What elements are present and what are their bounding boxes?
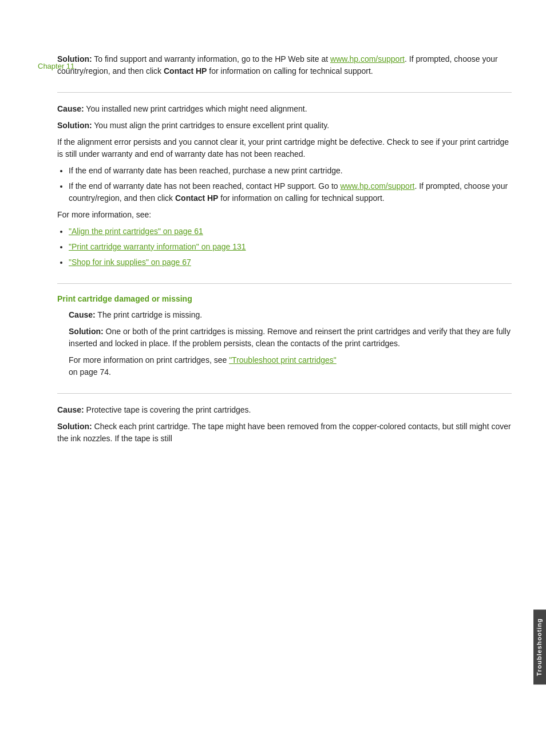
solution-text-2: You must align the print cartridges to e… [94,121,329,130]
solution-paragraph-4: Solution: Check each print cartridge. Th… [57,421,512,445]
hp-support-link-2[interactable]: www.hp.com/support [340,181,414,191]
solution-label-3: Solution: [69,327,104,336]
more-info-list: "Align the print cartridges" on page 61 … [69,225,512,268]
section-2: Cause: You installed new print cartridge… [57,93,512,284]
section-1: Solution: To find support and warranty i… [57,43,512,93]
warranty-info-link[interactable]: "Print cartridge warranty information" o… [69,242,246,251]
contact-hp-1: Contact HP [164,66,207,76]
solution-label-4: Solution: [57,422,92,431]
warranty-list: If the end of warranty date has been rea… [69,165,512,204]
cause-label-3: Cause: [69,310,96,319]
section-3: Print cartridge damaged or missing Cause… [57,284,512,394]
cause-paragraph-2: Cause: You installed new print cartridge… [57,103,512,115]
cause-text-2: You installed new print cartridges which… [86,104,307,113]
cause-paragraph-4: Cause: Protective tape is covering the p… [57,404,512,416]
alignment-error-text: If the alignment error persists and you … [57,136,512,160]
troubleshoot-cartridges-link[interactable]: "Troubleshoot print cartridges" [229,355,337,365]
section-heading-cartridge: Print cartridge damaged or missing [57,294,512,303]
side-tab: Troubleshooting [533,609,546,684]
align-cartridges-link[interactable]: "Align the print cartridges" on page 61 [69,227,203,236]
solution-text-1: To find support and warranty information… [94,54,330,64]
solution-label-2: Solution: [57,121,92,130]
more-info-cartridge: For more information on print cartridges… [69,354,512,378]
list-item-shop: "Shop for ink supplies" on page 67 [69,256,512,268]
section-3-content: Cause: The print cartridge is missing. S… [69,309,512,378]
cause-text-3: The print cartridge is missing. [97,310,202,319]
main-content: Solution: To find support and warranty i… [57,43,512,460]
cause-label-2: Cause: [57,104,84,113]
list-item-warranty-2: If the end of warranty date has not been… [69,180,512,204]
cause-paragraph-3: Cause: The print cartridge is missing. [69,309,512,321]
list-item-align: "Align the print cartridges" on page 61 [69,225,512,238]
shop-ink-link[interactable]: "Shop for ink supplies" on page 67 [69,258,191,267]
list-item-warranty-1: If the end of warranty date has been rea… [69,165,512,177]
solution-paragraph-2: Solution: You must align the print cartr… [57,120,512,132]
cause-text-4: Protective tape is covering the print ca… [86,405,251,414]
solution-text-4: Check each print cartridge. The tape mig… [57,422,511,443]
list-item-warranty-info: "Print cartridge warranty information" o… [69,241,512,253]
solution-paragraph-1: Solution: To find support and warranty i… [57,53,512,77]
chapter-label: Chapter 11 [38,62,74,70]
solution-text-1c: for information on calling for technical… [207,66,373,76]
cause-label-4: Cause: [57,405,84,414]
section-4: Cause: Protective tape is covering the p… [57,394,512,460]
hp-support-link-1[interactable]: www.hp.com/support [330,54,405,64]
solution-text-3: One or both of the print cartridges is m… [69,327,511,348]
page-container: Chapter 11 Solution: To find support and… [0,43,546,756]
contact-hp-2: Contact HP [175,193,218,203]
more-info-text: For more information, see: [57,209,512,221]
solution-paragraph-3: Solution: One or both of the print cartr… [69,326,512,350]
